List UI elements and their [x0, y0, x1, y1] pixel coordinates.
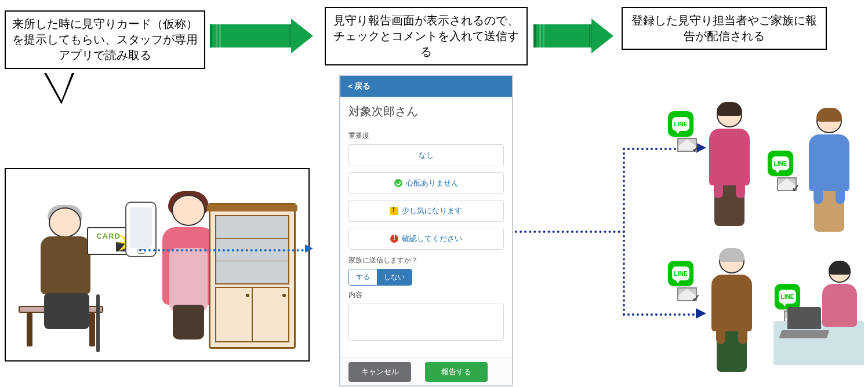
line-label: LINE: [672, 117, 689, 131]
line-label: LINE: [779, 290, 796, 304]
caption-step3-text: 登録した見守り担当者やご家族に報告が配信される: [631, 14, 817, 42]
line-label: LINE: [672, 266, 689, 280]
mail-check-icon: [677, 138, 697, 152]
app-footer: キャンセル 報告する: [340, 357, 512, 385]
submit-button[interactable]: 報告する: [425, 362, 488, 382]
line-badge-icon: LINE: [668, 261, 693, 286]
send-family-yes[interactable]: する: [349, 269, 377, 285]
submit-button-label: 報告する: [441, 367, 471, 377]
caption-step3: 登録した見守り担当者やご家族に報告が配信される: [622, 7, 827, 50]
recipient-person-icon: [801, 109, 857, 232]
app-header: ＜戻る: [340, 76, 512, 97]
content-label: 内容: [348, 290, 504, 300]
alert-icon: [390, 235, 398, 243]
illustration-scan: [5, 168, 310, 362]
mail-check-icon: [777, 177, 797, 191]
speech-tail-icon: [44, 73, 74, 104]
recipient-person-icon: [815, 262, 864, 327]
send-family-label: 家族に送信しますか？: [348, 255, 504, 265]
severity-option-warn[interactable]: 少し気になります: [348, 200, 504, 222]
line-label: LINE: [772, 156, 789, 170]
severity-option-warn-text: 少し気になります: [402, 206, 462, 216]
severity-option-none-text: なし: [419, 151, 434, 160]
severity-option-none[interactable]: なし: [348, 144, 504, 166]
warning-icon: [390, 207, 398, 215]
arrow-head-icon: [591, 19, 613, 53]
data-flow-line-1: [139, 249, 308, 251]
flow-arrow-1: [210, 24, 313, 48]
back-button[interactable]: ＜戻る: [346, 81, 371, 92]
app-report-screen: ＜戻る 対象次郎さん 重要度 なし 心配ありません 少し気になります 確認してく…: [340, 75, 513, 386]
caption-step2: 見守り報告画面が表示されるので、チェックとコメントを入れて送信する: [325, 7, 528, 65]
caption-step2-text: 見守り報告画面が表示されるので、チェックとコメントを入れて送信する: [333, 14, 519, 58]
data-flow-arrowhead-1: [305, 244, 313, 253]
smile-icon: [394, 179, 402, 187]
cancel-button-label: キャンセル: [361, 367, 399, 377]
recipient-person-icon: [702, 103, 757, 226]
line-badge-icon: LINE: [775, 284, 800, 309]
arrow-shaft-icon: [533, 24, 591, 48]
severity-option-ok-text: 心配ありません: [406, 178, 459, 188]
cancel-button[interactable]: キャンセル: [348, 362, 411, 382]
line-badge-icon: LINE: [768, 151, 793, 176]
caption-step1-text: 来所した時に見守りカード（仮称）を提示してもらい、スタッフが専用アプリで読み取る: [12, 17, 198, 61]
severity-option-alert[interactable]: 確認してください: [348, 228, 504, 250]
severity-option-alert-text: 確認してください: [402, 234, 462, 244]
send-family-toggle[interactable]: する しない: [348, 269, 412, 286]
elderly-person-icon: [34, 207, 109, 329]
arrow-head-icon: [291, 19, 313, 53]
app-person-name: 対象次郎さん: [340, 97, 512, 123]
arrow-shaft-icon: [210, 24, 291, 48]
mail-check-icon: [677, 287, 697, 301]
send-family-no[interactable]: しない: [377, 269, 412, 285]
diagram-stage: 来所した時に見守りカード（仮称）を提示してもらい、スタッフが専用アプリで読み取る…: [0, 0, 868, 387]
distribution-line: [515, 231, 625, 233]
cabinet-icon: [209, 203, 296, 349]
caption-step1-speech: 来所した時に見守りカード（仮称）を提示してもらい、スタッフが専用アプリで読み取る: [5, 10, 205, 69]
line-badge-icon: LINE: [668, 111, 693, 137]
distribution-line: [623, 148, 625, 316]
severity-label: 重要度: [348, 131, 504, 141]
severity-option-ok[interactable]: 心配ありません: [348, 172, 504, 194]
card-label: CARD: [96, 232, 121, 240]
recipient-person-icon: [704, 249, 760, 372]
content-textarea[interactable]: [348, 304, 504, 341]
mimamori-card-icon: CARD: [87, 227, 130, 255]
distribution-line: [623, 313, 699, 316]
flow-arrow-2: [533, 24, 613, 48]
